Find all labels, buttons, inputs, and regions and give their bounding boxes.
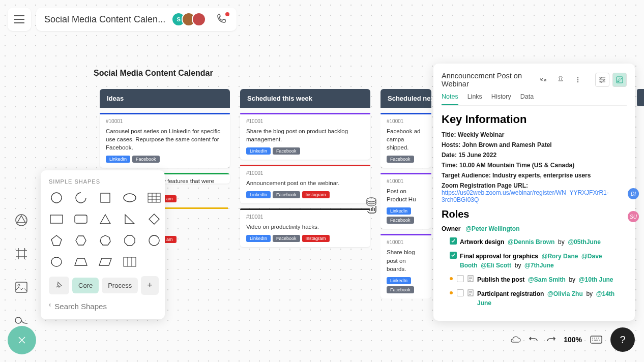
collab-avatar[interactable]: SU — [628, 211, 639, 222]
shape-rectangle[interactable] — [49, 212, 64, 226]
tag[interactable]: LinkedIn — [387, 207, 411, 215]
shape-trapezoid[interactable] — [73, 255, 89, 269]
tag-row: LinkedIn Facebook Instagram — [246, 235, 364, 242]
card[interactable]: #10001 Carousel post series on Linkedin … — [100, 113, 230, 168]
shape-diamond[interactable] — [147, 212, 162, 226]
column-header[interactable]: Scheduled next we — [380, 89, 431, 108]
pin-icon[interactable] — [553, 73, 568, 87]
shape-square[interactable] — [98, 191, 113, 205]
more-icon[interactable] — [155, 302, 157, 310]
column-header[interactable]: Ideas — [100, 89, 230, 108]
tag[interactable]: Facebook — [387, 286, 414, 293]
shape-pentagon[interactable] — [49, 233, 64, 248]
tag[interactable]: Facebook — [132, 156, 160, 163]
card-id: #10001 — [246, 170, 364, 176]
checkbox-icon[interactable] — [457, 289, 464, 296]
mention[interactable]: @Sam Smith — [528, 276, 566, 283]
mention[interactable]: @Dennis Brown — [508, 238, 554, 246]
edit-icon[interactable] — [612, 73, 627, 87]
tag-row: LinkedIn Facebook — [387, 277, 425, 293]
shape-oval[interactable] — [49, 255, 64, 269]
collab-avatar[interactable]: DI — [628, 188, 639, 199]
tag[interactable]: LinkedIn — [246, 235, 271, 242]
more-icon[interactable] — [571, 73, 585, 87]
keyboard-icon[interactable] — [590, 336, 602, 344]
shape-ellipse[interactable] — [122, 191, 137, 205]
card[interactable]: #10001 Post on Product Hu LinkedIn Faceb… — [380, 173, 431, 229]
shape-arc[interactable] — [73, 191, 89, 205]
card[interactable]: #10001 Share blog post on boards. Linked… — [380, 234, 431, 298]
tag-row: LinkedIn Facebook — [387, 207, 425, 224]
cloud-icon[interactable] — [510, 335, 521, 344]
details-panel: Anncouncement Post on Webinar Notes Link… — [433, 64, 635, 321]
tag[interactable]: LinkedIn — [246, 191, 271, 198]
tab-pin[interactable] — [49, 277, 69, 294]
shape-nonagon[interactable] — [147, 233, 162, 248]
mention[interactable]: @Eli Scott — [481, 262, 511, 269]
redo-icon[interactable] — [546, 336, 555, 344]
undo-icon[interactable] — [529, 336, 538, 344]
tab-links[interactable]: Links — [467, 93, 482, 105]
tag[interactable]: Instagram — [302, 191, 330, 198]
task-row: Artwork design @Dennis Brown by @05thJun… — [442, 237, 627, 247]
column-header[interactable]: Scheduled this week — [240, 89, 370, 108]
shape-octagon[interactable] — [122, 233, 137, 248]
tab-data[interactable]: Data — [520, 93, 534, 105]
close-fab-button[interactable] — [8, 326, 36, 354]
avatar-stack[interactable]: S — [171, 12, 206, 26]
card[interactable]: #10001 Facebook ad campa shipped. Facebo… — [380, 113, 431, 168]
tag[interactable]: Facebook — [273, 191, 300, 198]
card[interactable]: #10001 Share the blog post on product ba… — [240, 113, 370, 160]
checkbox-icon[interactable] — [457, 275, 464, 282]
checkbox-icon[interactable] — [450, 252, 457, 259]
mention[interactable]: @10th June — [579, 276, 613, 283]
tag[interactable]: Instagram — [302, 235, 330, 242]
shape-right-triangle[interactable] — [122, 212, 137, 226]
mention[interactable]: @Rory Dane — [542, 253, 578, 260]
tab-history[interactable]: History — [491, 93, 511, 105]
card[interactable]: #10001 Announcement post on the webinar.… — [240, 165, 370, 203]
zoom-link[interactable]: https://us02web.zoom.us/webinar/register… — [442, 189, 609, 203]
shapes-tool-button[interactable] — [12, 211, 31, 229]
owner-line: Owner @Peter Wellington — [442, 225, 627, 232]
expand-icon[interactable] — [536, 73, 550, 87]
shape-heptagon[interactable] — [98, 233, 113, 248]
hamburger-menu-button[interactable] — [8, 8, 31, 31]
tab-process[interactable]: Process — [102, 278, 138, 293]
mention[interactable]: @05thJune — [568, 238, 600, 246]
zoom-level[interactable]: 100% — [564, 336, 582, 344]
mention[interactable]: @7thJune — [524, 262, 554, 269]
shape-table[interactable] — [147, 191, 162, 205]
checkbox-icon[interactable] — [450, 237, 457, 245]
tag[interactable]: Facebook — [273, 235, 300, 242]
tag[interactable]: LinkedIn — [246, 147, 271, 155]
card-color-bar — [100, 113, 230, 114]
tag[interactable]: Facebook — [387, 156, 414, 163]
details-title: Anncouncement Post on Webinar — [442, 72, 536, 88]
mention[interactable]: @Peter Wellington — [465, 225, 519, 232]
tag[interactable]: LinkedIn — [387, 277, 411, 284]
call-icon[interactable] — [216, 13, 228, 25]
shape-hexagon[interactable] — [73, 233, 89, 248]
tag[interactable]: Facebook — [273, 147, 300, 155]
tab-add[interactable]: + — [141, 276, 159, 295]
shape-rounded-rect[interactable] — [73, 212, 89, 226]
avatar[interactable] — [192, 12, 206, 26]
tag[interactable]: LinkedIn — [106, 156, 130, 163]
help-button[interactable]: ? — [610, 327, 635, 352]
svg-rect-27 — [591, 336, 602, 343]
shape-parallelogram[interactable] — [98, 255, 113, 269]
shape-triangle[interactable] — [98, 212, 113, 226]
image-tool-button[interactable] — [12, 278, 31, 296]
shape-grid[interactable] — [122, 255, 137, 269]
card[interactable]: #10001 Video on productivity hacks. Link… — [240, 208, 370, 247]
frame-tool-button[interactable] — [12, 245, 31, 263]
shape-search-input[interactable] — [54, 302, 151, 311]
tab-core[interactable]: Core — [72, 278, 99, 293]
settings-icon[interactable] — [595, 73, 609, 87]
shape-circle[interactable] — [49, 191, 64, 205]
tab-notes[interactable]: Notes — [442, 93, 458, 105]
tag[interactable]: Facebook — [387, 217, 414, 224]
card-text: Share the blog post on product backlog m… — [246, 127, 364, 143]
mention[interactable]: @Olivia Zhu — [547, 290, 583, 297]
